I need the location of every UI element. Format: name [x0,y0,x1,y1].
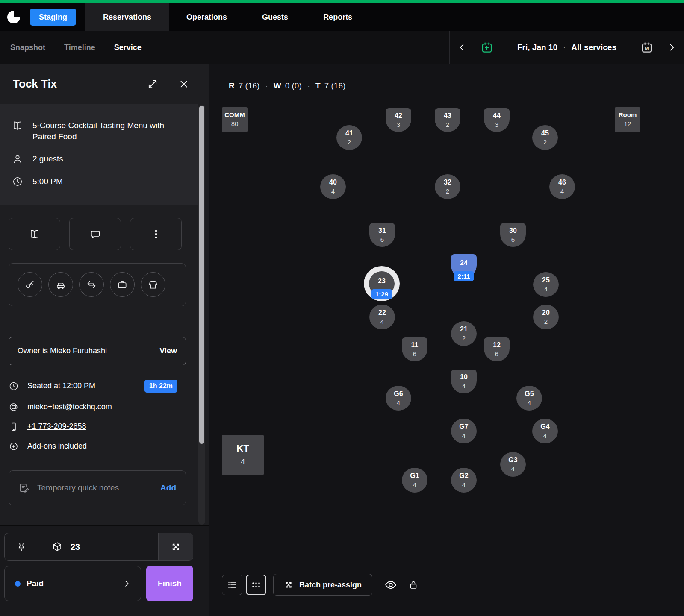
tab-guests[interactable]: Guests [245,3,306,31]
table-11[interactable]: 116 [402,337,428,361]
table-number: 30 [509,226,517,235]
table-21[interactable]: 212 [451,321,477,346]
payment-bar: Paid Finish [4,566,193,601]
table-43[interactable]: 432 [435,108,460,132]
car-tag[interactable] [48,272,73,297]
table-20[interactable]: 202 [533,305,559,329]
menu-name: 5-Course Cocktail Tasting Menu with Pair… [32,120,174,142]
next-day-button[interactable] [659,31,684,64]
calendar-today-icon[interactable] [475,31,499,64]
add-note-link[interactable]: Add [160,483,176,493]
panel-scrollbar-thumb[interactable] [199,106,204,444]
more-options-button[interactable] [130,218,182,250]
table-number: 41 [345,129,353,138]
lock-button[interactable] [408,580,419,590]
table-number: G7 [459,422,468,431]
table-G5[interactable]: G54 [516,386,542,411]
tab-reports[interactable]: Reports [306,3,370,31]
table-10[interactable]: 104 [451,370,477,393]
batch-pre-assign-button[interactable]: Batch pre-assign [273,574,372,596]
table-31[interactable]: 316 [369,223,395,247]
table-46[interactable]: 464 [549,174,575,199]
tock-logo-icon[interactable] [5,9,22,26]
date-label[interactable]: Fri, Jan 10 · All services [499,43,634,52]
tab-timeline[interactable]: Timeline [64,43,95,52]
guest-phone-link[interactable]: +1 773-209-2858 [27,422,86,431]
menu-button[interactable] [9,218,60,250]
luggage-tag[interactable] [110,272,135,297]
quick-notes-label: Temporary quick notes [37,483,119,493]
table-45[interactable]: 452 [532,125,558,150]
move-icon [168,540,183,554]
panel-header: Tock Tix [0,64,209,104]
table-seat-count: 4 [380,317,384,326]
table-22[interactable]: 224 [369,305,395,329]
previous-day-button[interactable] [450,31,475,64]
table-G6[interactable]: G64 [386,386,411,411]
coat-check-tag[interactable] [141,272,165,297]
table-seat-count: 4 [543,431,547,440]
panel-scrollbar-track[interactable] [198,105,205,525]
expand-icon[interactable] [147,79,158,90]
table-41[interactable]: 412 [336,125,362,150]
table-number: G4 [540,422,549,431]
payment-details-button[interactable] [112,566,141,601]
table-24[interactable]: 242:11 [451,254,477,278]
email-row: mieko+test@tockhq.com [9,402,177,412]
valet-key-tag[interactable] [18,272,42,297]
briefcase-icon [117,279,128,290]
paid-status-label: Paid [27,579,44,588]
guest-email-link[interactable]: mieko+test@tockhq.com [27,402,112,411]
table-seat-count: 4 [462,431,466,440]
tab-operations[interactable]: Operations [169,3,245,31]
assigned-table-chip[interactable]: 23 [38,533,158,560]
table-42[interactable]: 423 [386,108,411,132]
staging-button[interactable]: Staging [30,9,76,26]
pin-button[interactable] [5,533,38,560]
table-44[interactable]: 443 [484,108,510,132]
table-40[interactable]: 404 [320,174,346,199]
phone-icon [9,422,19,432]
floor-view-button[interactable] [246,575,266,595]
message-button[interactable] [69,218,121,250]
table-G7[interactable]: G74 [451,419,477,443]
table-seat-count: 4 [511,465,515,473]
table-Room[interactable]: Room12 [615,107,640,132]
table-KT[interactable]: KT4 [222,435,264,475]
table-G4[interactable]: G44 [532,419,558,443]
close-icon[interactable] [179,79,189,90]
tab-service[interactable]: Service [114,43,142,52]
table-seat-count: 6 [511,235,515,244]
table-number: 21 [460,325,468,334]
tab-reservations[interactable]: Reservations [86,3,169,31]
floor-toolbar: Batch pre-assign [222,574,419,596]
move-table-button[interactable] [158,533,193,560]
visibility-button[interactable] [384,578,397,591]
finish-button[interactable]: Finish [146,566,193,601]
table-seat-count: 4 [462,481,466,489]
table-32[interactable]: 322 [435,174,460,199]
email-at-icon [9,402,19,412]
calendar-month-icon[interactable]: M [634,31,659,64]
table-25[interactable]: 254 [533,272,559,297]
main-tabs: Reservations Operations Guests Reports [86,3,370,31]
notes-icon [18,482,29,493]
panel-title[interactable]: Tock Tix [13,77,57,91]
table-G3[interactable]: G34 [500,452,526,477]
transfer-tag[interactable] [79,272,104,297]
table-30[interactable]: 306 [500,223,526,247]
view-owner-link[interactable]: View [159,346,177,355]
table-G1[interactable]: G14 [402,468,428,493]
payment-status[interactable]: Paid [5,566,112,601]
table-G2[interactable]: G24 [451,468,477,493]
table-COMM[interactable]: COMM80 [222,107,248,132]
tab-snapshot[interactable]: Snapshot [10,43,45,52]
reservation-summary-card: 5-Course Cocktail Tasting Menu with Pair… [0,104,198,205]
panel-scroll-area: 5-Course Cocktail Tasting Menu with Pair… [0,104,198,525]
list-view-button[interactable] [222,575,242,595]
table-12[interactable]: 126 [484,337,510,361]
reservation-time: 5:00 PM [32,176,63,187]
top-nav: Staging Reservations Operations Guests R… [0,3,684,31]
table-23[interactable]: 231:29 [369,271,395,296]
key-icon [24,279,35,290]
